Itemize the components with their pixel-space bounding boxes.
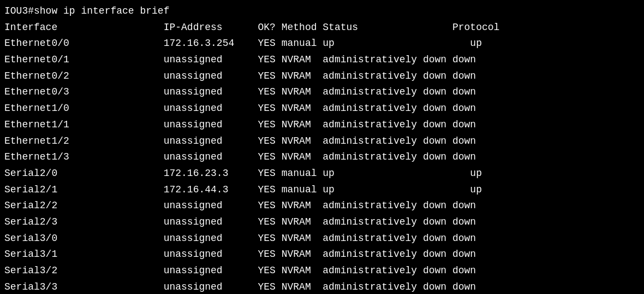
row-5: Ethernet1/1 unassigned YES NVRAM adminis…: [4, 117, 640, 133]
row-4: Ethernet1/0 unassigned YES NVRAM adminis…: [4, 101, 640, 117]
row-7: Ethernet1/3 unassigned YES NVRAM adminis…: [4, 149, 640, 166]
command-line: IOU3#show ip interface brief: [4, 3, 640, 20]
row-1: Ethernet0/1 unassigned YES NVRAM adminis…: [4, 52, 640, 68]
row-9: Serial2/1 172.16.44.3 YES manual up up: [4, 182, 640, 198]
row-13: Serial3/1 unassigned YES NVRAM administr…: [4, 246, 640, 263]
row-0: Ethernet0/0 172.16.3.254 YES manual up u…: [4, 36, 640, 52]
row-14: Serial3/2 unassigned YES NVRAM administr…: [4, 263, 640, 279]
row-11: Serial2/3 unassigned YES NVRAM administr…: [4, 214, 640, 231]
row-8: Serial2/0 172.16.23.3 YES manual up up: [4, 166, 640, 182]
row-12: Serial3/0 unassigned YES NVRAM administr…: [4, 231, 640, 247]
row-2: Ethernet0/2 unassigned YES NVRAM adminis…: [4, 68, 640, 85]
row-6: Ethernet1/2 unassigned YES NVRAM adminis…: [4, 133, 640, 150]
terminal-window[interactable]: IOU3#show ip interface brief Interface I…: [0, 0, 644, 294]
row-15: Serial3/3 unassigned YES NVRAM administr…: [4, 279, 640, 294]
row-3: Ethernet0/3 unassigned YES NVRAM adminis…: [4, 84, 640, 101]
row-10: Serial2/2 unassigned YES NVRAM administr…: [4, 198, 640, 214]
header-line: Interface IP-Address OK? Method Status P…: [4, 20, 640, 36]
